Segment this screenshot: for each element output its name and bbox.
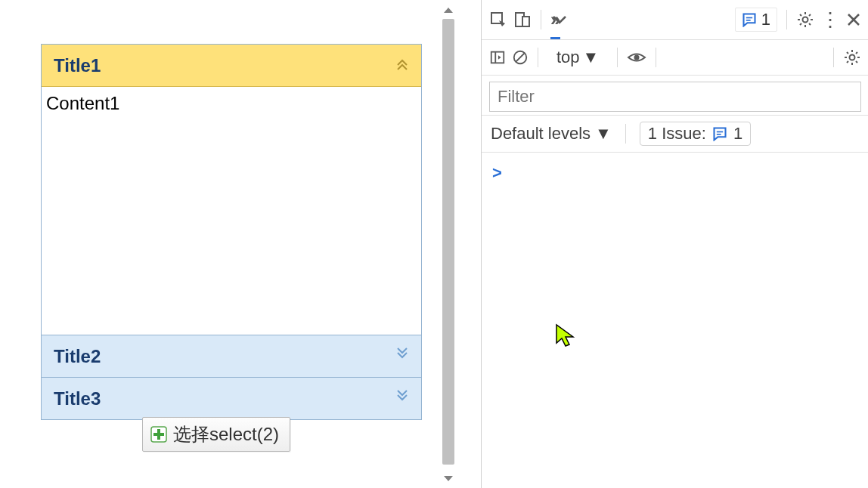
devtools-panel: » 1 ⋮ top <box>481 0 868 488</box>
levels-row: Default levels ▼ 1 Issue: 1 <box>482 116 868 153</box>
page-preview: Title1 Content1 Title2 Title3 <box>0 0 458 488</box>
issues-count: 1 <box>733 124 742 144</box>
console-toolbar: top ▼ <box>482 40 868 76</box>
inspect-element-icon[interactable] <box>489 11 507 29</box>
device-toggle-icon[interactable] <box>513 11 532 29</box>
accordion-title: Title3 <box>54 388 101 409</box>
accordion-title: Title2 <box>54 346 101 367</box>
settings-gear-icon[interactable] <box>796 11 814 29</box>
expand-icon <box>395 390 409 407</box>
close-devtools-icon[interactable] <box>846 12 861 27</box>
separator <box>833 48 834 67</box>
kebab-menu-icon[interactable]: ⋮ <box>820 8 840 32</box>
separator <box>538 48 538 67</box>
filter-row <box>482 76 868 116</box>
svg-rect-9 <box>491 52 504 63</box>
devtools-toolbar-main: » 1 ⋮ <box>482 0 868 40</box>
issues-badge-top[interactable]: 1 <box>735 8 777 32</box>
separator <box>617 48 618 67</box>
context-label: top <box>556 48 580 67</box>
svg-point-14 <box>850 55 855 60</box>
svg-point-13 <box>634 55 640 60</box>
issues-label: 1 Issue: <box>648 124 706 144</box>
accordion-header-1[interactable]: Title1 <box>42 45 421 87</box>
vertical-scrollbar[interactable] <box>439 0 458 488</box>
plus-icon <box>150 426 167 443</box>
svg-point-8 <box>803 17 808 23</box>
separator <box>541 10 541 29</box>
dropdown-triangle-icon: ▼ <box>583 48 600 67</box>
scroll-thumb[interactable] <box>442 19 454 465</box>
accordion-content-1: Content1 <box>42 87 421 335</box>
collapse-icon <box>395 57 409 74</box>
separator <box>786 10 787 29</box>
console-output[interactable]: > <box>482 153 868 193</box>
more-tabs-icon[interactable]: » <box>550 9 560 39</box>
svg-rect-5 <box>522 17 529 26</box>
scroll-down-arrow[interactable] <box>443 469 454 488</box>
toggle-sidebar-icon[interactable] <box>489 49 506 66</box>
expand-icon <box>395 347 409 365</box>
dropdown-triangle-icon: ▼ <box>595 124 612 144</box>
svg-line-12 <box>516 54 525 62</box>
log-levels-dropdown[interactable]: Default levels ▼ <box>491 124 612 144</box>
accordion-header-3[interactable]: Title3 <box>42 377 421 419</box>
clear-console-icon[interactable] <box>512 49 529 66</box>
svg-rect-2 <box>153 433 164 436</box>
accordion-header-2[interactable]: Title2 <box>42 335 421 377</box>
accordion-widget: Title1 Content1 Title2 Title3 <box>41 44 422 420</box>
accordion-body-text: Content1 <box>46 93 119 113</box>
console-settings-gear-icon[interactable] <box>843 48 861 66</box>
context-selector[interactable]: top ▼ <box>547 48 608 67</box>
issues-count: 1 <box>761 10 770 29</box>
message-icon <box>712 126 727 141</box>
select-insertion-popup[interactable]: 选择select(2) <box>142 417 290 452</box>
levels-label: Default levels <box>491 124 591 144</box>
console-filter-input[interactable] <box>489 82 861 112</box>
issues-summary[interactable]: 1 Issue: 1 <box>640 122 751 146</box>
live-expression-eye-icon[interactable] <box>627 49 646 66</box>
separator <box>656 48 656 67</box>
separator <box>625 124 626 144</box>
console-prompt-icon: > <box>492 163 502 182</box>
accordion-title: Title1 <box>54 55 101 76</box>
select-popup-label: 选择select(2) <box>173 422 279 446</box>
scroll-track[interactable] <box>439 19 458 469</box>
scroll-up-arrow[interactable] <box>443 0 454 19</box>
